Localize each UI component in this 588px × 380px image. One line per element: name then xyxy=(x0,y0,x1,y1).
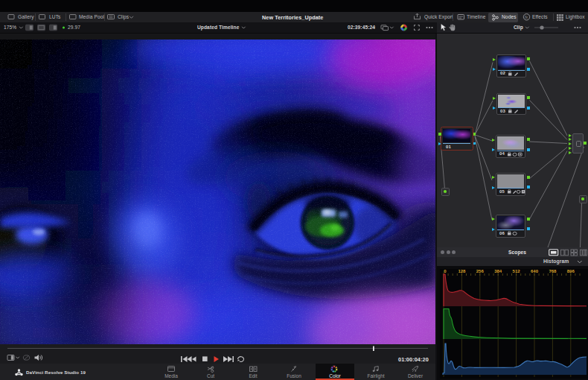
svg-text:768: 768 xyxy=(549,269,557,273)
svg-text:fx: fx xyxy=(525,15,528,19)
svg-text:384: 384 xyxy=(494,269,502,273)
svg-text:896: 896 xyxy=(567,269,575,273)
svg-text:640: 640 xyxy=(531,269,539,273)
svg-text:512: 512 xyxy=(513,269,521,273)
svg-text:256: 256 xyxy=(476,269,485,273)
svg-text:128: 128 xyxy=(458,269,466,273)
